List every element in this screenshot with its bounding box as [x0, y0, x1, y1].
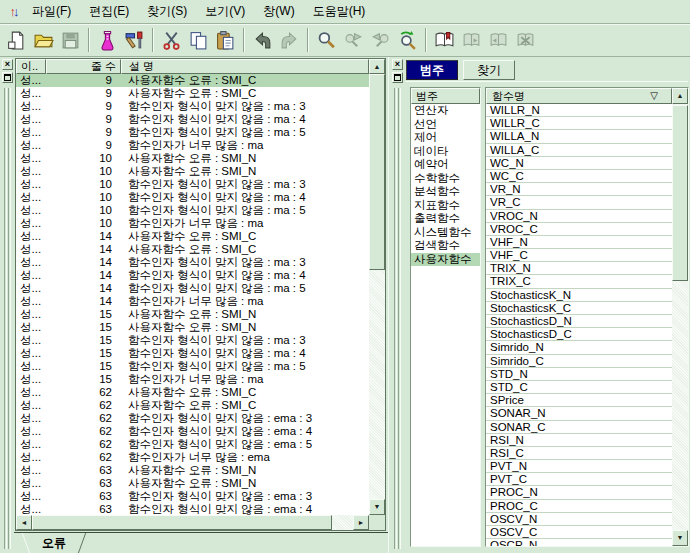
book-next-button[interactable] — [458, 27, 485, 54]
function-item[interactable]: VR_C — [486, 196, 672, 209]
function-item[interactable]: STD_N — [486, 368, 672, 381]
error-row[interactable]: 성... 63 사용자함수 오류 : SMI_N — [16, 477, 369, 490]
function-item[interactable]: TRIX_N — [486, 262, 672, 275]
drag-grip[interactable] — [4, 88, 11, 549]
menu-item[interactable]: 창(W) — [254, 0, 303, 23]
category-header[interactable]: 범주 — [411, 88, 480, 104]
menu-item[interactable]: 보기(V) — [196, 0, 254, 23]
function-item[interactable]: WC_N — [486, 157, 672, 170]
category-item[interactable]: 출력함수 — [411, 212, 480, 226]
function-header[interactable]: ▽ 함수명 — [486, 88, 672, 104]
function-item[interactable]: PVT_N — [486, 460, 672, 473]
menu-item[interactable]: 파일(F) — [23, 0, 80, 23]
error-row[interactable]: 성... 14 사용자함수 오류 : SMI_C — [16, 243, 369, 256]
function-item[interactable]: PROC_C — [486, 500, 672, 513]
function-item[interactable]: PVT_C — [486, 473, 672, 486]
menu-item[interactable]: 찾기(S) — [138, 0, 196, 23]
scroll-up-icon[interactable]: ▲ — [369, 59, 385, 74]
horizontal-scrollbar[interactable]: ◄ ► — [16, 515, 369, 530]
function-item[interactable]: VROC_N — [486, 210, 672, 223]
error-row[interactable]: 성... 62 함수인자가 너무 많음 : ema — [16, 451, 369, 464]
category-item[interactable]: 선언 — [411, 118, 480, 132]
undo-button[interactable] — [249, 27, 276, 54]
error-row[interactable]: 성... 10 사용자함수 오류 : SMI_N — [16, 165, 369, 178]
error-row[interactable]: 성... 10 함수인자 형식이 맞지 않음 : ma : 3 — [16, 178, 369, 191]
category-item[interactable]: 사용자함수 — [411, 253, 480, 267]
category-item[interactable]: 연산자 — [411, 104, 480, 118]
paste-button[interactable] — [212, 27, 239, 54]
function-item[interactable]: VROC_C — [486, 223, 672, 236]
function-item[interactable]: SONAR_C — [486, 421, 672, 434]
error-row[interactable]: 성... 9 사용자함수 오류 : SMI_C — [16, 87, 369, 100]
scrollbar-thumb[interactable] — [369, 74, 385, 270]
scroll-up-icon[interactable]: ▲ — [672, 88, 688, 104]
error-row[interactable]: 성... 10 함수인자 형식이 맞지 않음 : ma : 5 — [16, 204, 369, 217]
cut-button[interactable] — [158, 27, 185, 54]
category-item[interactable]: 수학함수 — [411, 172, 480, 186]
error-row[interactable]: 성... 15 함수인자 형식이 맞지 않음 : ma : 3 — [16, 334, 369, 347]
function-item[interactable]: TRIX_C — [486, 275, 672, 288]
error-row[interactable]: 성... 15 사용자함수 오류 : SMI_N — [16, 308, 369, 321]
error-row[interactable]: 성... 14 함수인자 형식이 맞지 않음 : ma : 5 — [16, 282, 369, 295]
compile-button[interactable] — [94, 27, 121, 54]
column-header-name[interactable]: 이.. — [16, 59, 46, 74]
column-header-desc[interactable]: 설 명 — [121, 59, 369, 74]
open-file-button[interactable] — [30, 27, 57, 54]
function-item[interactable]: OSCV_C — [486, 526, 672, 539]
error-row[interactable]: 성... 15 함수인자 형식이 맞지 않음 : ma : 5 — [16, 360, 369, 373]
error-row[interactable]: 성... 15 사용자함수 오류 : SMI_N — [16, 321, 369, 334]
error-row[interactable]: 성... 62 사용자함수 오류 : SMI_C — [16, 386, 369, 399]
scroll-left-icon[interactable]: ◄ — [16, 515, 32, 530]
function-item[interactable]: StochasticsD_N — [486, 315, 672, 328]
redo-button[interactable] — [276, 27, 303, 54]
new-file-button[interactable] — [3, 27, 30, 54]
function-item[interactable]: Simrido_N — [486, 341, 672, 354]
category-item[interactable]: 지표함수 — [411, 199, 480, 213]
search-prev-button[interactable] — [367, 27, 394, 54]
menu-item[interactable]: 편집(E) — [80, 0, 138, 23]
error-row[interactable]: 성... 15 함수인자 형식이 맞지 않음 : ma : 4 — [16, 347, 369, 360]
vertical-scrollbar[interactable]: ▲ ▼ — [369, 59, 385, 515]
function-item[interactable]: STD_C — [486, 381, 672, 394]
function-item[interactable]: WC_C — [486, 170, 672, 183]
function-item[interactable]: VR_N — [486, 183, 672, 196]
error-row[interactable]: 성... 10 함수인자 형식이 맞지 않음 : ma : 4 — [16, 191, 369, 204]
column-header-line[interactable]: 줄 수 — [46, 59, 121, 74]
function-item[interactable]: VHF_N — [486, 236, 672, 249]
function-item[interactable]: SONAR_N — [486, 407, 672, 420]
error-row[interactable]: 성... 62 사용자함수 오류 : SMI_C — [16, 399, 369, 412]
error-row[interactable]: 성... 9 함수인자 형식이 맞지 않음 : ma : 5 — [16, 126, 369, 139]
tab-category[interactable]: 범주 — [406, 60, 458, 80]
function-item[interactable]: RSI_C — [486, 447, 672, 460]
function-item[interactable]: Simrido_C — [486, 355, 672, 368]
error-row[interactable]: 성... 9 함수인자 형식이 맞지 않음 : ma : 3 — [16, 100, 369, 113]
function-item[interactable]: WILLR_C — [486, 117, 672, 130]
error-row[interactable]: 성... 62 함수인자 형식이 맞지 않음 : ema : 4 — [16, 425, 369, 438]
save-file-button[interactable] — [57, 27, 84, 54]
function-item[interactable]: SPrice — [486, 394, 672, 407]
close-pane-button[interactable]: × — [392, 59, 403, 70]
error-row[interactable]: 성... 63 함수인자 형식이 맞지 않음 : ema : 3 — [16, 490, 369, 503]
error-row[interactable]: 성... 14 함수인자 형식이 맞지 않음 : ma : 3 — [16, 256, 369, 269]
error-row[interactable]: 성... 10 사용자함수 오류 : SMI_N — [16, 152, 369, 165]
function-scrollbar[interactable]: ▲ ▼ — [672, 88, 688, 546]
scroll-right-icon[interactable]: ► — [353, 515, 369, 530]
category-item[interactable]: 제어 — [411, 131, 480, 145]
error-row[interactable]: 성... 62 함수인자 형식이 맞지 않음 : ema : 3 — [16, 412, 369, 425]
close-pane-button[interactable]: × — [2, 59, 13, 70]
menu-item[interactable]: 도움말(H) — [304, 0, 375, 23]
error-row[interactable]: 성... 62 함수인자 형식이 맞지 않음 : ema : 5 — [16, 438, 369, 451]
tab-find[interactable]: 찾기 — [463, 60, 515, 80]
error-row[interactable]: 성... 9 사용자함수 오류 : SMI_C — [16, 74, 369, 87]
function-item[interactable]: OSCP_N — [486, 539, 672, 546]
function-item[interactable]: WILLA_C — [486, 144, 672, 157]
error-row[interactable]: 성... 14 함수인자가 너무 많음 : ma — [16, 295, 369, 308]
category-item[interactable]: 분석함수 — [411, 185, 480, 199]
search-button[interactable] — [313, 27, 340, 54]
category-item[interactable]: 예약어 — [411, 158, 480, 172]
category-item[interactable]: 데이타 — [411, 145, 480, 159]
scrollbar-thumb[interactable] — [32, 515, 332, 530]
scrollbar-thumb[interactable] — [672, 105, 688, 281]
function-item[interactable]: StochasticsD_C — [486, 328, 672, 341]
tools-button[interactable] — [121, 27, 148, 54]
